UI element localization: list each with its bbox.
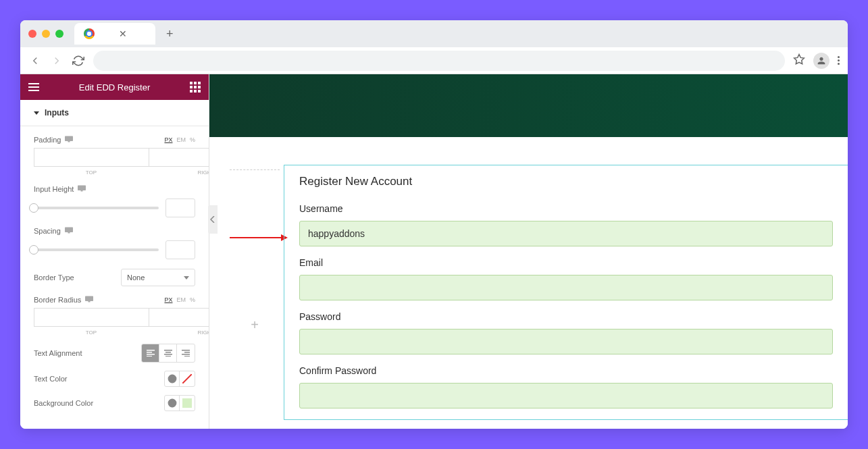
input-height-label: Input Height bbox=[34, 185, 74, 193]
add-widget-icon[interactable]: + bbox=[251, 317, 259, 333]
input-height-slider[interactable] bbox=[34, 207, 159, 209]
svg-rect-9 bbox=[147, 350, 155, 351]
svg-rect-11 bbox=[147, 354, 155, 355]
svg-rect-3 bbox=[78, 186, 86, 191]
browser-tab-strip: ✕ + bbox=[20, 20, 848, 47]
browser-toolbar bbox=[20, 47, 848, 74]
svg-rect-20 bbox=[184, 356, 190, 356]
radius-top-input[interactable] bbox=[34, 308, 149, 327]
confirm-password-input[interactable] bbox=[299, 383, 833, 408]
slider-thumb[interactable] bbox=[29, 203, 39, 213]
address-bar[interactable] bbox=[93, 51, 785, 71]
widgets-grid-icon[interactable] bbox=[190, 82, 201, 93]
elementor-sidebar: Edit EDD Register Inputs Padding PX bbox=[20, 74, 209, 429]
bookmark-icon[interactable] bbox=[793, 53, 805, 68]
password-input[interactable] bbox=[299, 329, 833, 354]
svg-rect-6 bbox=[68, 232, 70, 234]
svg-rect-8 bbox=[88, 301, 91, 302]
username-label: Username bbox=[299, 203, 833, 214]
text-alignment-label: Text Alignment bbox=[34, 349, 82, 357]
padding-units[interactable]: PX EM % bbox=[164, 136, 195, 143]
responsive-icon[interactable] bbox=[65, 227, 73, 235]
maximize-window-button[interactable] bbox=[55, 30, 63, 38]
back-button[interactable] bbox=[28, 54, 42, 68]
spacing-label: Spacing bbox=[34, 227, 61, 235]
bg-color-global-button[interactable] bbox=[165, 396, 180, 411]
browser-tab[interactable]: ✕ bbox=[74, 23, 155, 45]
password-label: Password bbox=[299, 311, 833, 322]
svg-rect-19 bbox=[182, 354, 190, 355]
padding-right-input[interactable] bbox=[149, 148, 209, 167]
window-controls bbox=[28, 30, 63, 38]
chevron-down-icon bbox=[184, 276, 189, 280]
spacing-slider[interactable] bbox=[34, 248, 159, 251]
svg-rect-1 bbox=[65, 136, 73, 142]
svg-rect-2 bbox=[68, 141, 70, 142]
collapse-sidebar-handle[interactable] bbox=[208, 205, 218, 234]
input-height-value[interactable] bbox=[165, 199, 195, 217]
svg-rect-10 bbox=[147, 352, 152, 353]
section-label: Inputs bbox=[45, 108, 69, 117]
username-input[interactable] bbox=[299, 221, 833, 246]
hamburger-icon[interactable] bbox=[28, 83, 39, 91]
email-label: Email bbox=[299, 257, 833, 268]
caret-down-icon bbox=[34, 111, 39, 115]
svg-rect-14 bbox=[165, 352, 171, 353]
svg-rect-18 bbox=[184, 352, 190, 353]
align-left-button[interactable] bbox=[142, 344, 159, 362]
register-form: Register New Account Username Email Pass… bbox=[284, 165, 848, 420]
padding-inputs: TOP RIGHT BOTTOM LEFT bbox=[34, 148, 195, 176]
svg-rect-12 bbox=[147, 356, 152, 356]
padding-label: Padding bbox=[34, 136, 61, 144]
border-radius-label: Border Radius bbox=[34, 296, 81, 304]
email-input[interactable] bbox=[299, 275, 833, 300]
spacing-value[interactable] bbox=[165, 240, 195, 259]
forward-button[interactable] bbox=[50, 54, 63, 68]
text-color-global-button[interactable] bbox=[165, 371, 180, 386]
svg-rect-4 bbox=[81, 190, 83, 192]
svg-rect-13 bbox=[164, 350, 172, 351]
svg-rect-15 bbox=[164, 354, 172, 355]
svg-rect-5 bbox=[65, 228, 73, 233]
border-type-select[interactable]: None bbox=[121, 269, 195, 286]
text-color-picker[interactable] bbox=[180, 371, 195, 386]
arrow-annotation bbox=[230, 233, 288, 245]
border-radius-inputs: TOP RIGHT BOTTOM LEFT bbox=[34, 308, 195, 336]
browser-window: ✕ + Edit EDD Register Inputs bbox=[20, 20, 848, 429]
border-radius-units[interactable]: PX EM % bbox=[164, 296, 195, 303]
svg-rect-16 bbox=[165, 356, 171, 356]
reload-button[interactable] bbox=[72, 54, 85, 68]
section-inputs-toggle[interactable]: Inputs bbox=[20, 100, 209, 126]
chrome-icon bbox=[84, 28, 95, 39]
align-center-button[interactable] bbox=[159, 344, 177, 362]
minimize-window-button[interactable] bbox=[42, 30, 50, 38]
bg-color-picker[interactable] bbox=[180, 396, 195, 411]
form-title: Register New Account bbox=[299, 175, 833, 188]
text-color-label: Text Color bbox=[34, 375, 68, 383]
responsive-icon[interactable] bbox=[65, 136, 73, 144]
padding-top-input[interactable] bbox=[34, 148, 149, 167]
svg-marker-0 bbox=[794, 54, 805, 63]
sidebar-title: Edit EDD Register bbox=[79, 82, 150, 93]
canvas: + Register New Account Username Email Pa… bbox=[209, 74, 848, 429]
empty-column[interactable]: + bbox=[230, 169, 280, 170]
text-alignment-tabs bbox=[141, 344, 195, 363]
background-color-label: Background Color bbox=[34, 399, 93, 407]
profile-avatar[interactable] bbox=[813, 53, 829, 69]
tab-close-button[interactable]: ✕ bbox=[119, 28, 127, 39]
sidebar-header: Edit EDD Register bbox=[20, 74, 209, 100]
radius-right-input[interactable] bbox=[149, 308, 209, 327]
menu-button[interactable] bbox=[838, 56, 840, 65]
border-type-label: Border Type bbox=[34, 273, 74, 282]
confirm-password-label: Confirm Password bbox=[299, 365, 833, 376]
responsive-icon[interactable] bbox=[85, 296, 93, 304]
svg-rect-17 bbox=[182, 350, 190, 351]
responsive-icon[interactable] bbox=[78, 185, 86, 193]
close-window-button[interactable] bbox=[28, 30, 36, 38]
svg-rect-7 bbox=[85, 296, 93, 302]
slider-thumb[interactable] bbox=[29, 245, 39, 255]
align-right-button[interactable] bbox=[177, 344, 195, 362]
new-tab-button[interactable]: + bbox=[166, 27, 174, 41]
header-banner bbox=[209, 74, 848, 137]
